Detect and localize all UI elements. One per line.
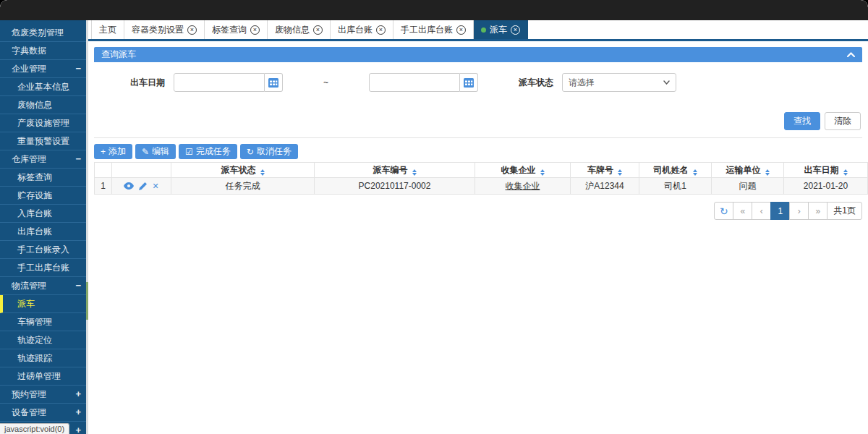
- tab-dispatch[interactable]: 派车×: [474, 20, 528, 39]
- sidebar-item-track-location[interactable]: 轨迹定位: [0, 331, 88, 349]
- col-label: 派车编号: [373, 165, 408, 175]
- link-hint-statusbar: javascript:void(0): [0, 423, 69, 434]
- tab-label: 手工出库台账: [401, 24, 453, 36]
- sidebar-group-logistics[interactable]: 物流管理−: [0, 277, 88, 295]
- tab-manual-outbound-ledger[interactable]: 手工出库台账×: [393, 20, 474, 39]
- cell-departure-date: 2021-01-20: [784, 178, 868, 195]
- sidebar-item-dispatch[interactable]: 派车: [0, 295, 88, 313]
- sidebar-item-waste-facility[interactable]: 产废设施管理: [0, 114, 88, 132]
- date-to-input[interactable]: [369, 73, 460, 92]
- view-eye-icon[interactable]: [124, 182, 134, 190]
- refresh-icon[interactable]: ↻: [714, 202, 733, 220]
- tab-close-icon[interactable]: ×: [456, 25, 466, 35]
- next-page-button[interactable]: ›: [789, 202, 809, 220]
- sidebar-item-vehicle-management[interactable]: 车辆管理: [0, 313, 88, 331]
- add-button[interactable]: +添加: [94, 144, 132, 159]
- sidebar-item-dictionary-data[interactable]: 字典数据: [0, 42, 88, 60]
- tab-label-query[interactable]: 标签查询×: [205, 20, 268, 39]
- sidebar-item-storage-facility[interactable]: 贮存设施: [0, 187, 88, 205]
- col-dispatch-number[interactable]: 派车编号: [315, 163, 475, 178]
- delete-x-icon[interactable]: ✕: [152, 182, 158, 190]
- sidebar-scrollbar[interactable]: [86, 20, 88, 434]
- edit-pencil-icon[interactable]: [139, 182, 147, 190]
- date-range-separator: ~: [323, 77, 328, 88]
- cell-collection-enterprise-link[interactable]: 收集企业: [475, 178, 571, 195]
- expand-plus-icon: +: [75, 422, 81, 434]
- col-transport-unit[interactable]: 运输单位: [712, 163, 784, 178]
- sort-icon: [412, 169, 417, 176]
- col-license-plate[interactable]: 车牌号: [571, 163, 639, 178]
- col-label: 运输单位: [726, 165, 761, 175]
- sidebar-group-enterprise[interactable]: 企业管理−: [0, 60, 88, 78]
- sidebar-item-weighbridge[interactable]: 过磅单管理: [0, 367, 88, 386]
- select-value: 请选择: [569, 77, 595, 89]
- sidebar-item-manual-ledger-entry[interactable]: 手工台账录入: [0, 241, 88, 259]
- chevron-up-icon[interactable]: [847, 52, 855, 57]
- collapse-minus-icon: −: [75, 60, 81, 77]
- col-dispatch-status[interactable]: 派车状态: [171, 163, 315, 178]
- col-driver-name[interactable]: 司机姓名: [639, 163, 712, 178]
- sort-icon: [693, 169, 697, 176]
- sidebar-scrollbar-thumb[interactable]: [86, 282, 88, 320]
- dispatch-status-select[interactable]: 请选择: [562, 73, 676, 92]
- sidebar-item-track-tracing[interactable]: 轨迹跟踪: [0, 349, 88, 367]
- table-toolbar: +添加 ✎编辑 ☑完成任务 ↻取消任务: [94, 144, 862, 159]
- expand-plus-icon: +: [75, 404, 81, 421]
- sidebar-item-inbound-ledger[interactable]: 入库台账: [0, 205, 88, 223]
- tab-home[interactable]: 主页: [91, 20, 124, 39]
- tab-outbound-ledger[interactable]: 出库台账×: [331, 20, 393, 39]
- table-row[interactable]: 1 ✕ 任务完成 PC20210117-0002 收集企业: [95, 178, 868, 195]
- table-header-row: 派车状态 派车编号 收集企业 车牌号 司机姓名 运输单位 出车日期 备注: [95, 163, 868, 178]
- tab-close-icon[interactable]: ×: [511, 25, 520, 35]
- chevron-down-icon: [663, 80, 670, 85]
- last-page-button[interactable]: »: [808, 202, 827, 220]
- search-button[interactable]: 查找: [784, 112, 820, 130]
- col-departure-date[interactable]: 出车日期: [784, 163, 868, 178]
- col-label: 派车状态: [221, 165, 256, 175]
- query-panel-title: 查询派车: [101, 48, 136, 61]
- clear-button[interactable]: 清除: [825, 112, 861, 130]
- col-collection-enterprise[interactable]: 收集企业: [475, 163, 571, 178]
- prev-page-button[interactable]: ‹: [752, 202, 771, 220]
- col-label: 出车日期: [804, 165, 839, 175]
- tab-bar: 主页 容器类别设置× 标签查询× 废物信息× 出库台账× 手工出库台账× 派车×: [88, 20, 868, 41]
- tab-close-icon[interactable]: ×: [250, 25, 260, 35]
- tab-close-icon[interactable]: ×: [313, 25, 323, 35]
- sidebar-group-label: 预约管理: [12, 389, 46, 399]
- sidebar-group-equipment[interactable]: 设备管理+: [0, 404, 88, 422]
- current-page-button[interactable]: 1: [770, 202, 790, 220]
- first-page-button[interactable]: «: [733, 202, 752, 220]
- sidebar-item-waste-info[interactable]: 废物信息: [0, 96, 88, 114]
- sidebar-group-warehouse[interactable]: 仓库管理−: [0, 150, 88, 169]
- dispatch-table: 派车状态 派车编号 收集企业 车牌号 司机姓名 运输单位 出车日期 备注 1: [94, 162, 868, 195]
- sidebar-group-reservation[interactable]: 预约管理+: [0, 386, 88, 404]
- calendar-icon[interactable]: [460, 73, 478, 92]
- edit-button[interactable]: ✎编辑: [135, 144, 176, 159]
- calendar-icon[interactable]: [265, 73, 283, 92]
- row-number-header: [95, 163, 112, 178]
- date-from-input[interactable]: [174, 73, 265, 92]
- tab-container-category[interactable]: 容器类别设置×: [124, 20, 205, 39]
- main-content: 主页 容器类别设置× 标签查询× 废物信息× 出库台账× 手工出库台账× 派车×…: [88, 20, 868, 434]
- query-actions: 查找 清除: [94, 96, 862, 138]
- complete-task-button[interactable]: ☑完成任务: [179, 144, 237, 159]
- sidebar-item-enterprise-info[interactable]: 企业基本信息: [0, 78, 88, 96]
- sidebar-item-manual-outbound-ledger[interactable]: 手工出库台账: [0, 259, 88, 277]
- browser-top-bar: [0, 0, 868, 20]
- sidebar-item-label-query[interactable]: 标签查询: [0, 169, 88, 187]
- app-window: 危废类别管理 字典数据 企业管理− 企业基本信息 废物信息 产废设施管理 重量预…: [0, 0, 868, 434]
- tab-label: 标签查询: [212, 24, 247, 36]
- tab-close-icon[interactable]: ×: [187, 25, 197, 35]
- cancel-task-label: 取消任务: [257, 145, 292, 158]
- tab-close-icon[interactable]: ×: [376, 25, 386, 35]
- sidebar-item-outbound-ledger[interactable]: 出库台账: [0, 223, 88, 241]
- sidebar-group-label: 设备管理: [12, 407, 46, 417]
- sidebar-item-weight-warning[interactable]: 重量预警设置: [0, 132, 88, 150]
- sidebar-item-hazwaste-category[interactable]: 危废类别管理: [0, 24, 88, 42]
- cell-license-plate: 沪A12344: [571, 178, 639, 195]
- sidebar-group-label: 仓库管理: [12, 154, 46, 164]
- sidebar-nav: 危废类别管理 字典数据 企业管理− 企业基本信息 废物信息 产废设施管理 重量预…: [0, 20, 88, 434]
- cancel-task-button[interactable]: ↻取消任务: [240, 144, 298, 159]
- query-panel-header: 查询派车: [94, 47, 862, 62]
- tab-waste-info[interactable]: 废物信息×: [268, 20, 331, 39]
